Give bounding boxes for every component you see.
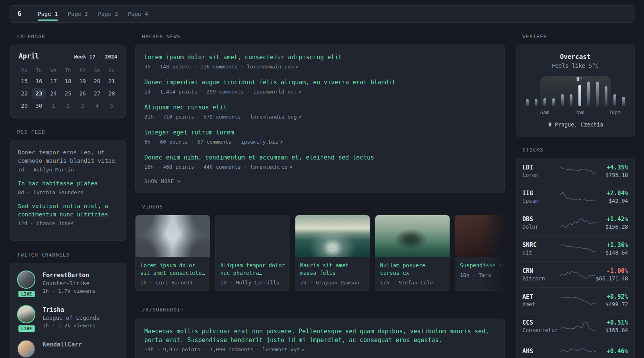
weather-location-row[interactable]: Prague, Czechia	[522, 121, 628, 128]
video-card[interactable]: Suspendisse diam 18h · Tara	[455, 215, 505, 291]
twitch-channel-meta: 3h · 1.2k viewers	[43, 322, 99, 329]
rss-item-title[interactable]: Sed volutpat nulla nisl, a condimentum n…	[18, 202, 118, 219]
stock-row[interactable]: LDI Lorem +4.35% $795.18	[522, 158, 628, 184]
page-tab[interactable]: Page 3	[98, 6, 118, 22]
calendar-day[interactable]: 27	[90, 88, 105, 99]
stock-row[interactable]: CCS Consectetur +0.51% $165.84	[522, 313, 628, 339]
twitch-channel-name[interactable]: KendallCarr	[43, 340, 82, 348]
calendar-day[interactable]: 21	[104, 76, 119, 86]
subreddit-section-title: /R/SUBREDDIT	[135, 307, 505, 313]
app-logo[interactable]: G	[10, 6, 29, 22]
weather-feels-like: Feels like 5°C	[522, 62, 628, 69]
calendar-day[interactable]: 5	[104, 101, 119, 111]
stock-row[interactable]: AET Amet +0.92% $499.72	[522, 287, 628, 313]
stock-name: Bitcorn	[522, 275, 560, 282]
stock-sparkline	[561, 216, 596, 230]
external-link-icon: ↗	[295, 64, 299, 70]
rss-item: Sed volutpat nulla nisl, a condimentum n…	[18, 202, 118, 226]
hackernews-item-domain[interactable]: ipsumify.biz	[241, 139, 278, 145]
stock-percent-change: +0.51%	[596, 319, 628, 327]
twitch-channel-info: Trisha League of Legends 3h · 1.2k viewe…	[43, 305, 99, 329]
stock-price: $156.28	[596, 223, 628, 230]
calendar-day[interactable]: 24	[46, 88, 61, 99]
stock-values: +1.36% $148.64	[596, 241, 628, 256]
stock-row[interactable]: SNRC Sit +1.36% $148.64	[522, 235, 628, 261]
calendar-day[interactable]: 29	[17, 101, 32, 111]
stock-row[interactable]: IIG Ipsum +2.84% $42.04	[522, 184, 628, 210]
top-nav: G Page 1 Page 2 Page 3 Page 4	[10, 5, 634, 23]
weather-bars: 9°	[526, 82, 625, 106]
subreddit-post-title[interactable]: Maecenas mollis pulvinar erat non posuer…	[144, 327, 496, 344]
hackernews-item-title[interactable]: Lorem ipsum dolor sit amet, consectetur …	[144, 53, 496, 62]
rss-item-meta: 12d · Chance Jones	[18, 220, 118, 226]
hackernews-item-domain[interactable]: ipsumworld.net	[253, 89, 297, 95]
calendar-day[interactable]: 26	[75, 88, 90, 99]
live-badge: LIVE	[17, 324, 36, 333]
stock-symbol: IIG	[522, 189, 561, 197]
stock-row[interactable]: AHS +0.46%	[522, 339, 628, 358]
calendar-day[interactable]: 30	[32, 101, 47, 111]
video-title[interactable]: Nullam posuere cursus ex	[380, 262, 445, 277]
hackernews-item-domain[interactable]: loremtech.co	[250, 164, 287, 170]
video-thumbnail[interactable]	[215, 215, 290, 257]
calendar-day[interactable]: 23	[32, 88, 47, 99]
page-tab-label: Page 4	[128, 11, 148, 17]
stock-symbol: AET	[522, 293, 561, 301]
stock-values: +1.42% $156.28	[596, 215, 628, 230]
video-title[interactable]: Aliquam tempor dolor nec pharetra…	[220, 262, 285, 277]
stock-row[interactable]: CRN Bitcorn -1.00% $66,171.48	[522, 261, 628, 287]
calendar-day[interactable]: 20	[90, 76, 105, 86]
calendar-day[interactable]: 17	[46, 76, 61, 86]
video-card[interactable]: Nullam posuere cursus ex 17h · Stefan Co…	[375, 215, 450, 291]
calendar-day[interactable]: 18	[61, 76, 76, 86]
twitch-channel-name[interactable]: ForrestBurton	[43, 271, 95, 279]
hackernews-item-meta: 21h · 710 points · 579 comments · loreml…	[144, 113, 496, 121]
calendar-weekday: Th	[61, 66, 76, 74]
twitch-channel-name[interactable]: Trisha	[43, 306, 99, 314]
calendar-day[interactable]: 1	[46, 101, 61, 111]
rss-widget: RSS FEED Donec tempor eros leo, ut commo…	[10, 129, 126, 241]
video-title[interactable]: Mauris sit amet massa felis	[300, 262, 365, 277]
calendar-day[interactable]: 2	[61, 101, 76, 111]
calendar-day[interactable]: 3	[75, 101, 90, 111]
hackernews-item-domain[interactable]: loremlandia.org	[250, 114, 297, 120]
hackernews-item-title[interactable]: Aliquam nec cursus elit	[144, 103, 496, 112]
calendar-day[interactable]: 19	[75, 76, 90, 86]
video-thumbnail[interactable]	[295, 215, 370, 257]
video-thumbnail[interactable]	[375, 215, 450, 257]
hackernews-item-title[interactable]: Integer eget rutrum lorem	[144, 128, 496, 137]
hackernews-item-title[interactable]: Donec imperdiet augue tincidunt felis al…	[144, 78, 496, 87]
hackernews-item-title[interactable]: Donec enim nibh, condimentum et accumsan…	[144, 153, 496, 162]
calendar-day[interactable]: 4	[90, 101, 105, 111]
twitch-channel[interactable]: LIVE ForrestBurton Counter-Strike 1h · 1…	[17, 270, 119, 295]
calendar-day[interactable]: 25	[61, 88, 76, 99]
rss-item-title[interactable]: Donec tempor eros leo, ut commodo mauris…	[18, 148, 118, 165]
stock-row[interactable]: DBS Dolor +1.42% $156.28	[522, 210, 628, 235]
calendar-day[interactable]: 28	[104, 88, 119, 99]
video-card[interactable]: Lorem ipsum dolor sit amet consectetu… 1…	[135, 215, 210, 291]
video-thumbnail[interactable]	[455, 215, 505, 257]
page-tab[interactable]: Page 2	[68, 6, 88, 22]
external-link-icon: ↗	[301, 346, 305, 352]
twitch-card: LIVE ForrestBurton Counter-Strike 1h · 1…	[10, 263, 126, 358]
stock-symbol: CCS	[522, 319, 561, 327]
twitch-channel[interactable]: LIVE Trisha League of Legends 3h · 1.2k …	[17, 305, 119, 329]
calendar-day[interactable]: 22	[17, 88, 32, 99]
hackernews-item-domain[interactable]: loremdomain.com	[247, 64, 293, 70]
twitch-widget: TWITCH CHANNELS LIVE ForrestBurton Count…	[10, 252, 126, 358]
stock-name: Consectetur	[522, 327, 561, 334]
page-tab[interactable]: Page 4	[128, 6, 148, 22]
video-card[interactable]: Aliquam tempor dolor nec pharetra… 1h · …	[215, 215, 290, 291]
video-card[interactable]: Mauris sit amet massa felis 7h · Grayson…	[295, 215, 370, 291]
calendar-day[interactable]: 15	[17, 76, 32, 86]
calendar-separator: ·	[99, 54, 102, 60]
rss-item-title[interactable]: In hac habitasse platea	[18, 179, 118, 188]
subreddit-post-domain[interactable]: loremnet.xyz	[262, 346, 300, 352]
calendar-day[interactable]: 16	[32, 76, 47, 86]
page-tab[interactable]: Page 1	[38, 6, 58, 22]
twitch-channel[interactable]: KendallCarr	[17, 340, 119, 358]
hackernews-show-more[interactable]: SHOW MORE	[144, 178, 496, 184]
video-title[interactable]: Lorem ipsum dolor sit amet consectetu…	[140, 262, 205, 277]
video-thumbnail[interactable]	[136, 215, 210, 257]
video-title[interactable]: Suspendisse diam	[460, 262, 505, 269]
